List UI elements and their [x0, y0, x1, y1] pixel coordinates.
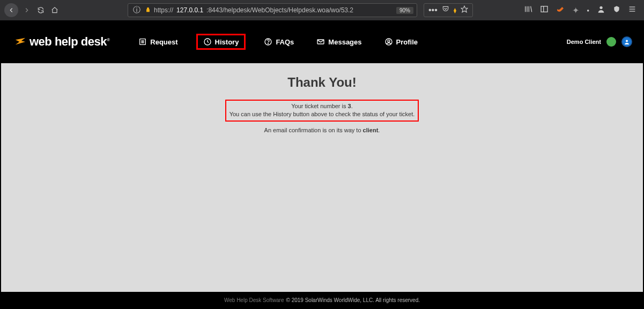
sidebar-icon[interactable]: [540, 5, 549, 16]
logo-icon: [14, 36, 26, 48]
pocket-icon[interactable]: [442, 5, 449, 15]
nav-request-label: Request: [150, 38, 177, 46]
nav-history[interactable]: History: [196, 34, 246, 50]
footer: Web Help Desk Software © 2019 SolarWinds…: [1, 292, 643, 308]
history-hint-line: You can use the History button above to …: [230, 110, 415, 118]
nav-profile-label: Profile: [396, 38, 418, 46]
nav-faqs-label: FAQs: [276, 38, 294, 46]
svg-point-3: [599, 6, 602, 9]
tag-icon[interactable]: ⧫: [454, 7, 456, 13]
extension-icon[interactable]: [556, 5, 565, 16]
nav-messages[interactable]: Messages: [312, 34, 366, 49]
extension2-icon[interactable]: ✦: [572, 5, 579, 16]
reload-button[interactable]: [35, 5, 46, 16]
nav-messages-label: Messages: [328, 38, 361, 46]
footer-copyright: © 2019 SolarWinds WorldWide, LLC. All ri…: [286, 297, 420, 303]
url-scheme: https://: [154, 6, 173, 14]
ticket-info-box: Your ticket number is 3. You can use the…: [225, 100, 419, 122]
site-info-icon[interactable]: ⓘ: [131, 5, 142, 16]
svg-marker-0: [461, 6, 468, 12]
mail-icon: [316, 37, 325, 46]
page-actions: ••• ⧫: [424, 3, 473, 17]
back-button[interactable]: [4, 3, 18, 17]
app-header: web help desk® Request History FAQs: [1, 20, 643, 63]
dot-icon[interactable]: ●: [587, 8, 589, 13]
ticket-number-line: Your ticket number is 3.: [230, 102, 415, 110]
main-content: Thank You! Your ticket number is 3. You …: [1, 63, 643, 292]
home-button[interactable]: [49, 5, 60, 16]
url-path: :8443/helpdesk/WebObjects/Helpdesk.woa/w…: [206, 6, 353, 14]
account-icon[interactable]: [597, 5, 605, 16]
nav-history-label: History: [215, 38, 239, 46]
email-confirmation-line: An email confirmation is on its way to c…: [1, 127, 643, 133]
lock-warning-icon: [145, 7, 151, 13]
browser-right-controls: ✦ ●: [524, 5, 636, 16]
header-user-area: Demo Client: [567, 36, 632, 47]
avatar[interactable]: [621, 36, 632, 47]
user-name: Demo Client: [567, 39, 601, 45]
list-icon: [138, 37, 147, 46]
browser-toolbar: ⓘ https://127.0.0.1:8443/helpdesk/WebObj…: [0, 0, 644, 20]
nav-profile[interactable]: Profile: [380, 34, 422, 49]
status-badge[interactable]: [606, 37, 616, 47]
zoom-level[interactable]: 90%: [396, 7, 413, 14]
url-host: 127.0.0.1: [176, 6, 203, 14]
nav-menu: Request History FAQs Messages: [134, 34, 422, 50]
app-logo[interactable]: web help desk®: [14, 35, 109, 49]
address-bar[interactable]: ⓘ https://127.0.0.1:8443/helpdesk/WebObj…: [128, 3, 417, 17]
library-icon[interactable]: [524, 5, 532, 16]
email-target: client: [363, 127, 379, 133]
star-icon[interactable]: [461, 5, 468, 15]
nav-request[interactable]: Request: [134, 34, 182, 49]
clock-icon: [203, 37, 212, 46]
forward-button[interactable]: [21, 5, 32, 16]
footer-product[interactable]: Web Help Desk Software: [224, 297, 284, 303]
svg-point-17: [626, 40, 628, 42]
more-icon[interactable]: •••: [428, 5, 438, 15]
protection-icon[interactable]: [613, 5, 620, 15]
page-frame: web help desk® Request History FAQs: [0, 20, 644, 309]
nav-faqs[interactable]: FAQs: [260, 34, 298, 49]
question-icon: [264, 37, 272, 46]
svg-rect-1: [541, 6, 547, 12]
menu-icon[interactable]: [628, 5, 636, 16]
user-icon: [384, 37, 393, 46]
logo-text: web help desk®: [29, 35, 109, 49]
svg-point-16: [388, 40, 390, 42]
page-title: Thank You!: [1, 75, 643, 90]
svg-point-13: [268, 43, 269, 44]
